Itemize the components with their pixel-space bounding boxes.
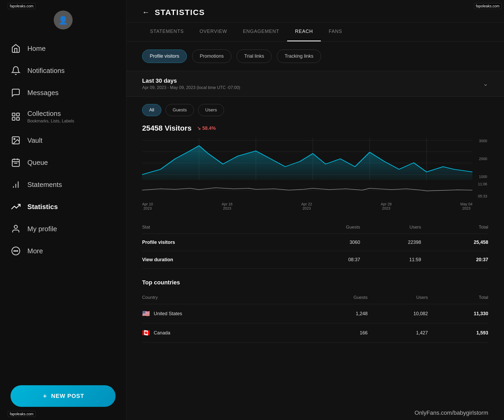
sidebar-item-label-messages: Messages — [27, 89, 59, 97]
stats-cell-guests: 3060 — [295, 234, 360, 251]
col-users: Users — [360, 221, 421, 234]
flag-icon: 🇨🇦 — [142, 329, 150, 337]
sidebar-item-messages[interactable]: Messages — [0, 82, 126, 104]
main-content: ← STATISTICS STATEMENTSOVERVIEWENGAGEMEN… — [126, 0, 504, 420]
mini-chart-svg — [142, 181, 472, 199]
sidebar-item-label-vault: Vault — [27, 136, 42, 145]
sidebar-item-statistics[interactable]: Statistics — [0, 196, 126, 218]
sidebar-item-label-my-profile: My profile — [27, 225, 57, 233]
visitors-change: ↘ 58.4% — [197, 125, 216, 131]
user-icon — [11, 224, 21, 234]
filter-pills-row: Profile visitorsPromotionsTrial linksTra… — [126, 42, 504, 71]
x-date-apr10: Apr 102023 — [142, 202, 153, 210]
tab-statements[interactable]: STATEMENTS — [142, 22, 192, 41]
sidebar-item-queue[interactable]: Queue — [0, 151, 126, 174]
svg-marker-28 — [142, 146, 472, 180]
tab-engagement[interactable]: ENGAGEMENT — [235, 22, 287, 41]
watermark-top-left: fapoleaks.com — [8, 3, 35, 9]
change-arrow-icon: ↘ — [197, 125, 201, 131]
filter-pill-profile-visitors[interactable]: Profile visitors — [142, 50, 187, 63]
tab-fans[interactable]: FANS — [321, 22, 350, 41]
sidebar-item-my-profile[interactable]: My profile — [0, 218, 126, 240]
svg-rect-2 — [12, 117, 15, 120]
watermark-top-right: fapoleaks.com — [474, 3, 501, 9]
svg-rect-0 — [12, 113, 15, 116]
country-col-country: Country — [142, 291, 309, 304]
date-range-toggle[interactable]: ⌄ — [483, 80, 488, 87]
col-stat: Stat — [142, 221, 295, 234]
table-row: Profile visitors30602239825,458 — [142, 234, 488, 251]
svg-point-17 — [16, 251, 16, 251]
country-cell-users: 1,427 — [368, 323, 428, 343]
tabs-row: STATEMENTSOVERVIEWENGAGEMENTREACHFANS — [126, 22, 504, 42]
visitor-pill-guests[interactable]: Guests — [166, 104, 194, 116]
date-range-sub: Apr 09, 2023 - May 09, 2023 (local time … — [142, 85, 240, 90]
sidebar-item-label-queue: Queue — [27, 159, 48, 167]
col-total: Total — [421, 221, 488, 234]
country-name: United States — [154, 311, 182, 317]
chart-x-dates: Apr 102023 Apr 162023 Apr 222023 Apr 282… — [142, 199, 472, 213]
table-row: View duration08:3711:5920:37 — [142, 251, 488, 269]
visitor-pill-users[interactable]: Users — [198, 104, 224, 116]
flag-icon: 🇺🇸 — [142, 310, 150, 317]
svg-point-16 — [14, 251, 15, 251]
visitor-pills-row: AllGuestsUsers — [126, 97, 504, 119]
stats-cell-stat: View duration — [142, 251, 295, 269]
sidebar-item-notifications[interactable]: Notifications — [0, 60, 126, 82]
bell-icon — [11, 65, 21, 76]
bar-chart-icon — [11, 179, 21, 190]
calendar-icon — [11, 157, 21, 168]
country-name: Canada — [154, 330, 170, 336]
sidebar-item-label-collections: CollectionsBookmarks, Lists, Labels — [27, 110, 74, 123]
sidebar-item-collections[interactable]: CollectionsBookmarks, Lists, Labels — [0, 104, 126, 129]
sidebar-item-home[interactable]: Home — [0, 37, 126, 60]
svg-point-5 — [14, 139, 15, 140]
sidebar-item-label-home: Home — [27, 45, 46, 53]
new-post-button[interactable]: ＋ NEW POST — [11, 385, 116, 407]
stats-cell-total: 20:37 — [421, 251, 488, 269]
sidebar-item-statements[interactable]: Statements — [0, 174, 126, 196]
new-post-label: NEW POST — [51, 393, 84, 399]
country-cell-guests: 166 — [309, 323, 368, 343]
country-cell-users: 10,082 — [368, 304, 428, 323]
sidebar-item-more[interactable]: More — [0, 240, 126, 262]
country-col-total: Total — [428, 291, 488, 304]
country-cell-total: 1,593 — [428, 323, 488, 343]
x-date-may04: May 042023 — [460, 202, 472, 210]
filter-pill-trial-links[interactable]: Trial links — [237, 50, 272, 63]
country-cell: 🇨🇦Canada — [142, 323, 309, 343]
avatar[interactable]: 👤 — [54, 11, 73, 29]
countries-table: Country Guests Users Total 🇺🇸United Stat… — [142, 291, 488, 343]
sidebar-item-label-statements: Statements — [27, 181, 62, 189]
stats-cell-users: 11:59 — [360, 251, 421, 269]
country-col-guests: Guests — [309, 291, 368, 304]
back-button[interactable]: ← — [142, 8, 149, 17]
chart-container: 3000 2000 1000 11:06 05:33 Apr 102023 Ap… — [126, 135, 504, 213]
country-cell: 🇺🇸United States — [142, 304, 309, 323]
stats-header: ← STATISTICS — [126, 0, 504, 22]
stats-cell-users: 22398 — [360, 234, 421, 251]
filter-pill-promotions[interactable]: Promotions — [192, 50, 231, 63]
svg-point-18 — [17, 251, 18, 251]
home-icon — [11, 43, 21, 54]
x-date-apr28: Apr 282023 — [381, 202, 392, 210]
y-label-3000: 3000 — [472, 139, 488, 143]
stats-cell-guests: 08:37 — [295, 251, 360, 269]
tab-overview[interactable]: OVERVIEW — [192, 22, 235, 41]
filter-pill-tracking-links[interactable]: Tracking links — [277, 50, 321, 63]
sidebar-item-vault[interactable]: Vault — [0, 129, 126, 151]
visitor-pill-all[interactable]: All — [142, 104, 161, 116]
grid-icon — [11, 111, 21, 122]
more-circle-icon — [11, 246, 21, 256]
visitors-count-row: 25458 Visitors ↘ 58.4% — [126, 119, 504, 135]
date-range-section: Last 30 days Apr 09, 2023 - May 09, 2023… — [126, 71, 504, 97]
tab-reach[interactable]: REACH — [287, 22, 321, 41]
trending-up-icon — [11, 201, 21, 212]
table-row: 🇺🇸United States1,24810,08211,330 — [142, 304, 488, 323]
change-value: 58.4% — [202, 126, 216, 131]
col-guests: Guests — [295, 221, 360, 234]
stats-cell-stat: Profile visitors — [142, 234, 295, 251]
watermark-bottom-left: fapoleaks.com — [8, 411, 35, 417]
date-range-label: Last 30 days — [142, 77, 240, 84]
page-title: STATISTICS — [155, 8, 205, 17]
